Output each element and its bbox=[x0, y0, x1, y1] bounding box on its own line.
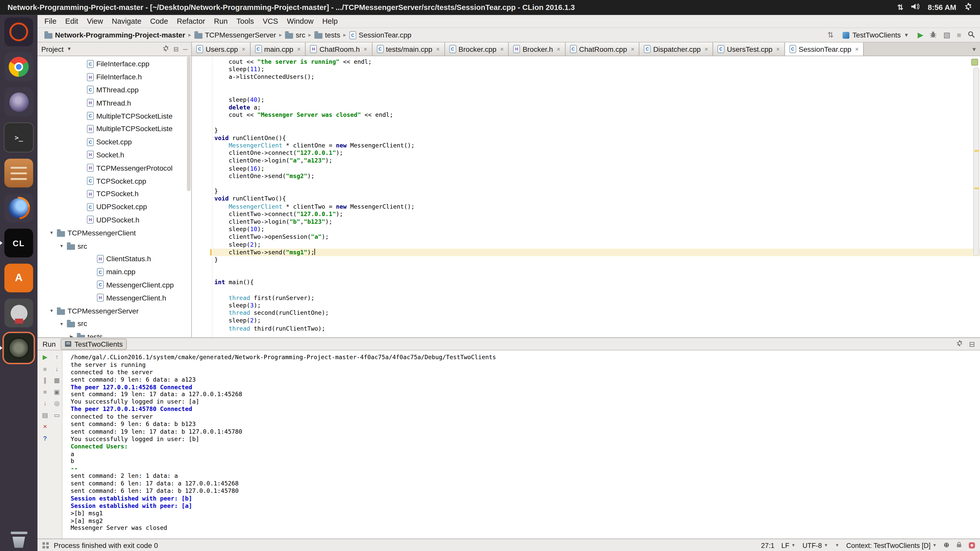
project-tree[interactable]: CFileInterface.cppHFileInterface.hCMThre… bbox=[38, 56, 192, 337]
coverage-button[interactable]: ▧ bbox=[943, 30, 951, 39]
tab-list-dropdown-icon[interactable]: ▼ bbox=[968, 43, 980, 56]
project-item[interactable]: CMessengerClient.cpp bbox=[38, 278, 191, 291]
debug-button[interactable] bbox=[930, 30, 937, 39]
breadcrumb-item[interactable]: CSessionTear.cpp bbox=[347, 31, 413, 39]
close-tab-icon[interactable]: × bbox=[500, 46, 504, 52]
lock-icon[interactable] bbox=[956, 541, 962, 549]
project-item[interactable]: CMultipleTCPSocketListe bbox=[38, 110, 191, 122]
run-console-tab[interactable]: TestTwoClients bbox=[61, 338, 127, 349]
notification-icon[interactable] bbox=[969, 542, 975, 548]
project-item[interactable]: ▼TCPMessengerServer bbox=[38, 304, 191, 318]
clock[interactable]: 8:56 AM bbox=[928, 3, 956, 12]
tree-arrow-icon[interactable]: ▼ bbox=[59, 244, 64, 248]
project-item[interactable]: CTCPSocket.cpp bbox=[38, 175, 191, 187]
close-tab-icon[interactable]: × bbox=[297, 46, 301, 52]
launcher-firefox-icon[interactable] bbox=[4, 194, 33, 222]
editor-tab[interactable]: HBrocker.h× bbox=[509, 43, 565, 56]
hide-run-panel-icon[interactable]: ⊟ bbox=[969, 340, 975, 348]
hide-panel-icon[interactable]: ─ bbox=[183, 46, 187, 52]
breadcrumb-item[interactable]: TCPMessengerServer bbox=[192, 31, 278, 38]
volume-icon[interactable] bbox=[912, 3, 920, 12]
encoding-widget[interactable]: UTF-8▼ bbox=[802, 541, 828, 549]
launcher-software-center-icon[interactable]: A bbox=[4, 264, 33, 292]
toolwindow-switcher-icon[interactable] bbox=[43, 542, 49, 548]
project-item[interactable]: ▼src bbox=[38, 318, 191, 330]
error-stripe-mark[interactable] bbox=[974, 150, 979, 152]
launcher-terminal-icon[interactable]: >_ bbox=[4, 122, 34, 152]
menu-refactor[interactable]: Refactor bbox=[172, 17, 210, 25]
project-item[interactable]: HTCPMessengerProtocol bbox=[38, 162, 191, 175]
search-everywhere-icon[interactable] bbox=[967, 30, 975, 39]
menu-run[interactable]: Run bbox=[210, 17, 232, 25]
project-item[interactable]: HClientStatus.h bbox=[38, 252, 191, 265]
menu-navigate[interactable]: Navigate bbox=[107, 17, 146, 25]
pause-output-icon[interactable]: ∥ bbox=[43, 377, 46, 384]
breadcrumb-item[interactable]: Network-Programming-Project-master bbox=[43, 31, 187, 38]
project-item[interactable]: ▶tests bbox=[38, 330, 191, 338]
down-stack-icon[interactable]: ↓ bbox=[56, 365, 59, 372]
editor-tab[interactable]: CUsersTest.cpp× bbox=[713, 43, 785, 56]
context-widget[interactable]: Context: TestTwoClients [D]▼ bbox=[846, 541, 937, 549]
code-editor[interactable]: cout << "the server is running" << endl;… bbox=[192, 56, 980, 337]
restore-layout-icon[interactable]: ▦ bbox=[54, 377, 60, 384]
close-tab-icon[interactable]: × bbox=[557, 46, 560, 52]
launcher-file-manager-icon[interactable] bbox=[4, 159, 33, 187]
sync-icon[interactable]: ⇅ bbox=[827, 30, 834, 39]
inspections-profile-icon[interactable]: ⊕ bbox=[943, 541, 950, 549]
editor-tab[interactable]: Cmain.cpp× bbox=[250, 43, 306, 56]
editor-tab[interactable]: CSessionTear.cpp× bbox=[785, 43, 864, 56]
run-button[interactable]: ▶ bbox=[918, 30, 924, 39]
editor-scrollbar[interactable] bbox=[973, 67, 979, 256]
run-configuration-select[interactable]: TestTwoClients ▼ bbox=[840, 30, 912, 39]
breadcrumb-item[interactable]: tests bbox=[313, 31, 342, 38]
project-item[interactable]: HFileInterface.h bbox=[38, 70, 191, 83]
close-tab-icon[interactable]: × bbox=[364, 46, 367, 52]
close-tab-icon[interactable]: × bbox=[855, 46, 859, 52]
tree-arrow-icon[interactable]: ▶ bbox=[68, 334, 74, 338]
editor-tab[interactable]: CDispatcher.cpp× bbox=[640, 43, 713, 56]
up-stack-icon[interactable]: ↑ bbox=[56, 354, 59, 360]
menu-file[interactable]: File bbox=[40, 17, 61, 25]
menu-window[interactable]: Window bbox=[283, 17, 318, 25]
soft-wrap-icon[interactable]: ≡ bbox=[43, 388, 47, 395]
project-settings-icon[interactable] bbox=[162, 45, 169, 53]
launcher-chrome-icon[interactable] bbox=[4, 52, 33, 81]
inspections-indicator-icon[interactable] bbox=[971, 59, 978, 65]
stop-button[interactable]: ■ bbox=[957, 30, 961, 39]
close-tab-icon[interactable]: × bbox=[776, 46, 780, 52]
widget-chevron-icon[interactable]: ▼ bbox=[835, 543, 839, 547]
editor-tab[interactable]: CChatRoom.cpp× bbox=[565, 43, 639, 56]
caret-position-widget[interactable]: 27:1 bbox=[761, 541, 774, 549]
tree-arrow-icon[interactable]: ▼ bbox=[49, 309, 54, 313]
tree-arrow-icon[interactable]: ▼ bbox=[49, 230, 54, 235]
menu-edit[interactable]: Edit bbox=[61, 17, 83, 25]
menu-view[interactable]: View bbox=[83, 17, 107, 25]
close-tab-icon[interactable]: × bbox=[631, 46, 635, 52]
collapse-all-icon[interactable]: ⊟ bbox=[173, 46, 179, 52]
project-item[interactable]: HMultipleTCPSocketListe bbox=[38, 122, 191, 135]
clear-all-icon[interactable]: ▭ bbox=[54, 411, 60, 418]
breadcrumb-item[interactable]: src bbox=[283, 31, 307, 38]
menu-code[interactable]: Code bbox=[146, 17, 172, 25]
pin-icon[interactable]: ◎ bbox=[54, 400, 59, 407]
close-tab-icon[interactable]: × bbox=[704, 46, 708, 52]
run-settings-gear-icon[interactable] bbox=[956, 340, 963, 348]
close-tab-icon[interactable]: × bbox=[436, 46, 440, 52]
launcher-media-player-icon[interactable] bbox=[4, 87, 33, 116]
scroll-to-end-icon[interactable]: ↓ bbox=[43, 400, 46, 407]
project-item[interactable]: HMessengerClient.h bbox=[38, 291, 191, 304]
help-icon[interactable]: ? bbox=[43, 434, 47, 441]
launcher-clion-icon[interactable]: CL bbox=[4, 229, 33, 257]
error-stripe-mark[interactable] bbox=[974, 187, 979, 189]
editor-tab[interactable]: CBrocker.cpp× bbox=[445, 43, 509, 56]
launcher-dash-icon[interactable] bbox=[4, 17, 33, 46]
editor-tab[interactable]: CUsers.cpp× bbox=[192, 43, 250, 56]
project-item[interactable]: CUDPSocket.cpp bbox=[38, 200, 191, 213]
project-item[interactable]: Cmain.cpp bbox=[38, 265, 191, 278]
run-console[interactable]: /home/gal/.CLion2016.1/system/cmake/gene… bbox=[62, 351, 980, 538]
close-tab-icon[interactable]: × bbox=[242, 46, 245, 52]
tree-arrow-icon[interactable]: ▼ bbox=[59, 322, 64, 326]
network-arrows-icon[interactable]: ⇅ bbox=[897, 3, 904, 12]
project-item[interactable]: CMThread.cpp bbox=[38, 83, 191, 97]
menu-help[interactable]: Help bbox=[318, 17, 342, 25]
